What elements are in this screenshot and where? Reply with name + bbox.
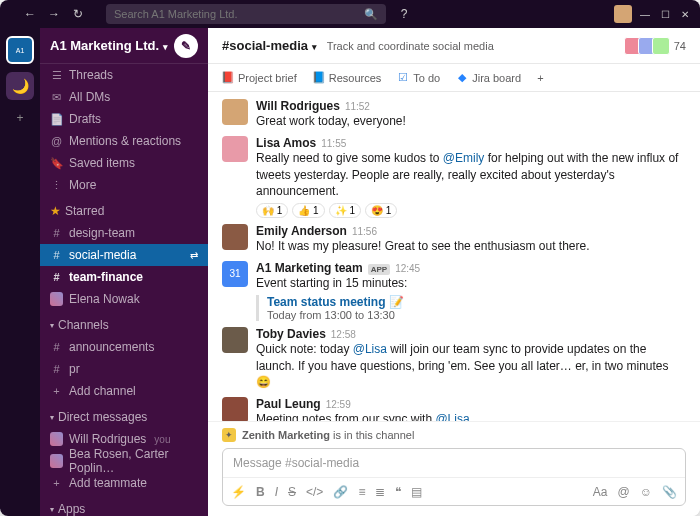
bookmark-icon: ☑ [397,72,409,84]
attachment-subtitle: Today from 13:00 to 13:30 [267,309,686,321]
bookmark-icon: ◆ [456,72,468,84]
workspace-header[interactable]: A1 Marketing Ltd. ▾ ✎ [40,28,208,64]
channel-name[interactable]: #social-media ▾ [222,38,317,53]
bookmark-jira-board[interactable]: ◆Jira board [456,72,521,84]
nav-back[interactable]: ← [20,4,40,24]
add-bookmark[interactable]: + [537,72,543,84]
hash-icon: # [50,341,63,353]
message-avatar[interactable] [222,397,248,421]
window-maximize[interactable]: ☐ [658,7,672,21]
message-author[interactable]: Toby Davies [256,327,326,341]
code-button[interactable]: </> [306,485,323,499]
reaction[interactable]: ✨ 1 [329,203,361,218]
mention-button[interactable]: @ [618,485,630,499]
nav-icon: ⋮ [50,179,63,192]
attach-shortcut-icon[interactable]: ⚡ [231,485,246,499]
workspace-switcher[interactable]: A1 [6,36,34,64]
message-avatar[interactable] [222,136,248,162]
message-avatar[interactable] [222,99,248,125]
mention[interactable]: @Lisa [353,342,387,356]
member-avatars[interactable] [628,37,670,55]
rail-app-icon[interactable]: 🌙 [6,72,34,100]
message-author[interactable]: Will Rodrigues [256,99,340,113]
mention[interactable]: @Lisa [435,412,469,421]
composer-input[interactable]: Message #social-media [223,449,685,477]
window-close[interactable]: ✕ [678,7,692,21]
message-author[interactable]: Paul Leung [256,397,321,411]
channel-item-add-channel[interactable]: +Add channel [40,380,208,402]
bookmark-resources[interactable]: 📘Resources [313,72,382,84]
mention[interactable]: @Emily [443,151,485,165]
section-dms[interactable]: ▾ Direct messages [40,406,208,428]
nav-forward[interactable]: → [44,4,64,24]
compose-button[interactable]: ✎ [174,34,198,58]
history-icon[interactable]: ↻ [68,4,88,24]
nav-icon: 🔖 [50,157,63,170]
window-minimize[interactable]: — [638,7,652,21]
attach-button[interactable]: 📎 [662,485,677,499]
message: Toby Davies12:58Quick note: today @Lisa … [222,324,686,394]
message-author[interactable]: Lisa Amos [256,136,316,150]
dm-item-bea-rosen-carter-poplin-[interactable]: Bea Rosen, Carter Poplin… [40,450,208,472]
search-input[interactable] [114,8,364,20]
starred-item-social-media[interactable]: #social-media⇄ [40,244,208,266]
strike-button[interactable]: S [288,485,296,499]
sidebar-item-saved-items[interactable]: 🔖Saved items [40,152,208,174]
link-button[interactable]: 🔗 [333,485,348,499]
format-toggle[interactable]: Aa [593,485,608,499]
message-composer[interactable]: Message #social-media ⚡ B I S </> 🔗 ≡ ≣ … [222,448,686,506]
dm-item-add-teammate[interactable]: +Add teammate [40,472,208,494]
section-starred[interactable]: ★ Starred [40,200,208,222]
bookmark-to-do[interactable]: ☑To do [397,72,440,84]
sidebar-item-more[interactable]: ⋮More [40,174,208,196]
section-channels[interactable]: ▾ Channels [40,314,208,336]
plus-icon: + [50,477,63,489]
message-text: Meeting notes from our sync with @Lisa [256,411,686,421]
bookmarks-bar: 📕Project brief📘Resources☑To do◆Jira boar… [208,64,700,92]
nav-icon: ✉ [50,91,63,104]
hash-icon: # [50,363,63,375]
sidebar-item-all-dms[interactable]: ✉All DMs [40,86,208,108]
ordered-list-button[interactable]: ≡ [358,485,365,499]
unordered-list-button[interactable]: ≣ [375,485,385,499]
channel-item-pr[interactable]: #pr [40,358,208,380]
codeblock-button[interactable]: ▤ [411,485,422,499]
sidebar-item-drafts[interactable]: 📄Drafts [40,108,208,130]
add-workspace[interactable]: + [10,108,30,128]
reaction[interactable]: 🙌 1 [256,203,288,218]
presence-icon [50,454,63,468]
message-time: 11:52 [345,101,370,112]
bookmark-project-brief[interactable]: 📕Project brief [222,72,297,84]
starred-item-team-finance[interactable]: #team-finance [40,266,208,288]
attachment-title[interactable]: Team status meeting 📝 [267,295,686,309]
shared-channel-notice: ✦ Zenith Marketing is in this channel [208,421,700,448]
message-text: Great work today, everyone! [256,113,686,130]
sidebar-item-threads[interactable]: ☰Threads [40,64,208,86]
quote-button[interactable]: ❝ [395,485,401,499]
section-apps[interactable]: ▾ Apps [40,498,208,516]
channel-topic[interactable]: Track and coordinate social media [327,40,494,52]
search-box[interactable]: 🔍 [106,4,386,24]
plus-icon: + [50,385,63,397]
bold-button[interactable]: B [256,485,265,499]
user-avatar[interactable] [614,5,632,23]
message-avatar[interactable] [222,327,248,353]
message-avatar[interactable] [222,224,248,250]
sidebar-item-mentions-reactions[interactable]: @Mentions & reactions [40,130,208,152]
member-count[interactable]: 74 [674,40,686,52]
italic-button[interactable]: I [275,485,278,499]
message-author[interactable]: A1 Marketing team [256,261,363,275]
reaction[interactable]: 😍 1 [365,203,397,218]
message-time: 12:59 [326,399,351,410]
nav-icon: 📄 [50,113,63,126]
message-avatar[interactable]: 31 [222,261,248,287]
starred-item-elena-nowak[interactable]: Elena Nowak [40,288,208,310]
reaction[interactable]: 👍 1 [292,203,324,218]
message-author[interactable]: Emily Anderson [256,224,347,238]
channel-item-announcements[interactable]: #announcements [40,336,208,358]
starred-item-design-team[interactable]: #design-team [40,222,208,244]
emoji-button[interactable]: ☺ [640,485,652,499]
composer-toolbar: ⚡ B I S </> 🔗 ≡ ≣ ❝ ▤ Aa @ ☺ 📎 [223,477,685,505]
help-icon[interactable]: ? [394,4,414,24]
message-time: 12:58 [331,329,356,340]
